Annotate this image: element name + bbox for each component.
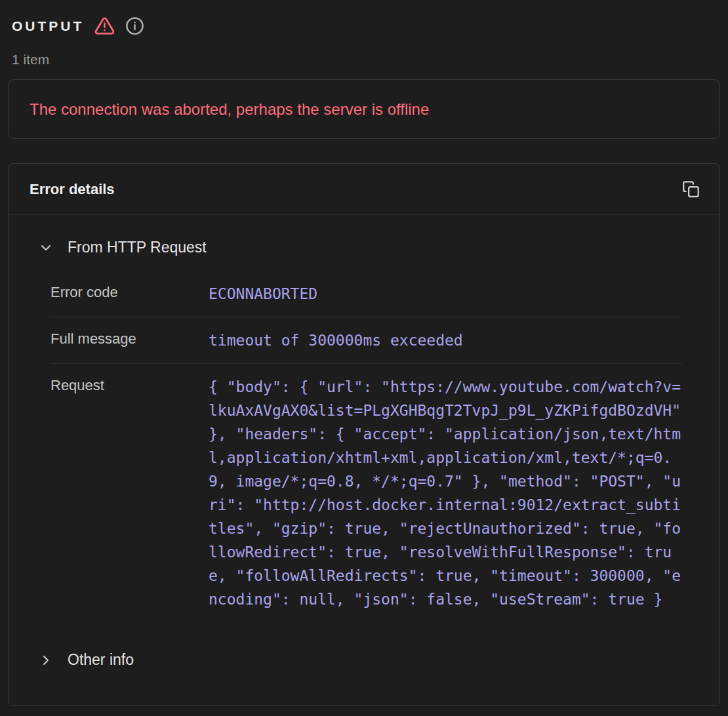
request-value: { "body": { "url": "https://www.youtube.… <box>209 375 681 611</box>
full-message-label: Full message <box>51 328 209 348</box>
error-banner-message: The connection was aborted, perhaps the … <box>30 99 698 119</box>
other-info-section-title: Other info <box>68 651 134 669</box>
error-details-title: Error details <box>30 181 115 198</box>
chevron-right-icon <box>37 652 54 668</box>
error-code-row: Error code ECONNABORTED <box>51 271 681 317</box>
other-info-section-toggle[interactable]: Other info <box>9 622 719 695</box>
error-details-header: Error details <box>9 164 719 215</box>
item-count: 1 item <box>8 52 720 68</box>
error-code-label: Error code <box>51 282 209 301</box>
warning-triangle-icon[interactable] <box>94 16 115 36</box>
panel-title: OUTPUT <box>12 18 84 34</box>
panel-header: OUTPUT <box>8 16 720 36</box>
info-circle-icon[interactable] <box>125 16 144 35</box>
error-code-value: ECONNABORTED <box>209 282 681 306</box>
copy-icon[interactable] <box>682 180 700 198</box>
http-request-section-title: From HTTP Request <box>68 239 207 256</box>
full-message-value: timeout of 300000ms exceeded <box>209 328 681 352</box>
request-row: Request { "body": { "url": "https://www.… <box>51 364 681 622</box>
chevron-down-icon <box>37 240 54 256</box>
http-request-section: From HTTP Request Error code ECONNABORTE… <box>9 215 719 622</box>
http-request-section-toggle[interactable]: From HTTP Request <box>9 239 719 256</box>
output-panel: OUTPUT 1 item The connection was aborted… <box>0 0 728 706</box>
error-details-card: Error details From HTTP Request <box>8 163 720 706</box>
http-request-rows: Error code ECONNABORTED Full message tim… <box>51 271 681 622</box>
full-message-row: Full message timeout of 300000ms exceede… <box>51 317 681 364</box>
error-banner: The connection was aborted, perhaps the … <box>8 79 720 139</box>
request-label: Request <box>51 375 209 394</box>
